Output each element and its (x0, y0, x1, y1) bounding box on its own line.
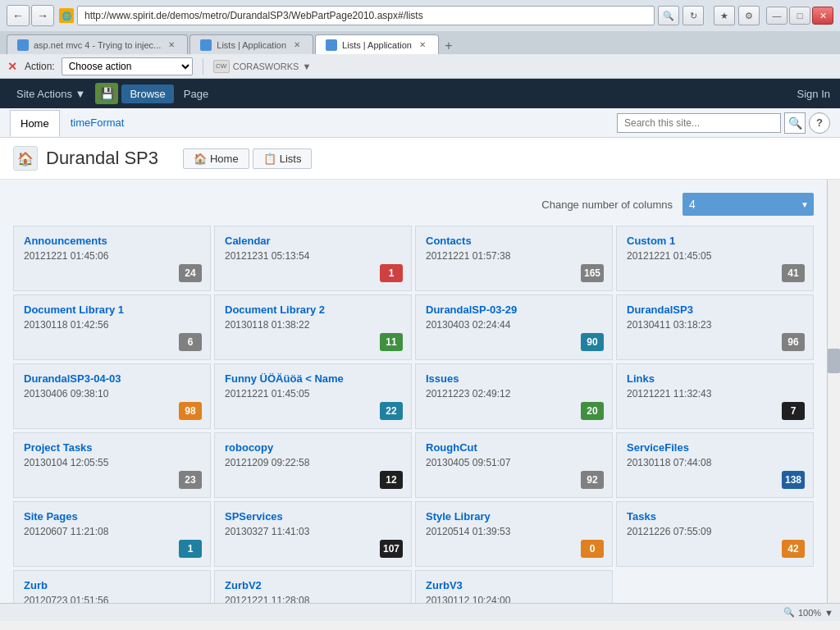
toolbar-close-button[interactable]: ✕ (7, 61, 18, 72)
tab-1[interactable]: asp.net mvc 4 - Trying to injec... ✕ (7, 34, 188, 54)
browser-window: ← → 🌐 http://www.spirit.de/demos/metro/D… (0, 0, 840, 79)
list-card-date: 20121221 01:45:05 (225, 388, 401, 399)
maximize-button[interactable]: □ (789, 7, 810, 25)
columns-label: Change number of columns (541, 199, 673, 211)
list-card: Funny ÜÖÄüöä < Name 20121221 01:45:05 22 (214, 363, 412, 429)
list-card-date: 20130327 11:41:03 (225, 526, 401, 537)
list-card-title[interactable]: Funny ÜÖÄüöä < Name (225, 372, 401, 385)
refresh-btn[interactable]: ↻ (682, 6, 704, 25)
new-tab-button[interactable]: + (441, 38, 457, 54)
list-card-date: 20121221 01:45:06 (24, 250, 200, 262)
tab-1-label: asp.net mvc 4 - Trying to injec... (34, 40, 161, 50)
list-card-title[interactable]: Zurb (24, 579, 200, 591)
list-card-title[interactable]: Document Library 1 (24, 304, 200, 316)
list-card-date: 20130118 01:42:56 (24, 319, 200, 331)
corasworks-label: CORASWORKS (233, 62, 299, 71)
list-card-date: 20121221 01:45:05 (627, 250, 803, 262)
list-card-count: 0 (581, 540, 604, 558)
tools-btn[interactable]: ⚙ (738, 6, 760, 25)
url-text: http://www.spirit.de/demos/metro/Duranda… (84, 10, 423, 21)
address-right-buttons: 🔍 ↻ ★ ⚙ — □ ✕ (658, 6, 833, 25)
breadcrumb-lists-label: Lists (280, 153, 302, 165)
sub-nav: Home timeFormat 🔍 ? (0, 108, 840, 138)
sign-in-button[interactable]: Sign In (797, 88, 830, 100)
search-address-btn[interactable]: 🔍 (658, 6, 679, 25)
tab-3-close[interactable]: ✕ (417, 39, 428, 51)
list-card-title[interactable]: Project Tasks (24, 441, 200, 454)
list-card-date: 20130112 10:24:00 (426, 595, 602, 603)
columns-select[interactable]: 4 1 2 3 5 6 (682, 193, 814, 216)
list-card-title[interactable]: Tasks (627, 510, 803, 523)
breadcrumb-home[interactable]: 🏠 Home (183, 148, 249, 169)
list-card-title[interactable]: ZurbV2 (225, 579, 401, 591)
zoom-icon: 🔍 (783, 607, 795, 618)
list-card-title[interactable]: ServiceFiles (627, 441, 803, 454)
list-card-title[interactable]: Custom 1 (627, 235, 803, 247)
scrollbar-thumb[interactable] (828, 349, 840, 373)
list-card-title[interactable]: DurandalSP3-04-03 (24, 372, 200, 385)
list-card-title[interactable]: robocopy (225, 441, 401, 454)
list-card-title[interactable]: Issues (426, 372, 602, 385)
list-card-title[interactable]: Calendar (225, 235, 401, 247)
list-card-title[interactable]: SPServices (225, 510, 401, 523)
list-card-date: 20130104 12:05:55 (24, 457, 200, 468)
list-card-count: 98 (179, 402, 202, 420)
list-card: Project Tasks 20130104 12:05:55 23 (13, 432, 211, 498)
browse-tab[interactable]: Browse (121, 84, 173, 103)
back-button[interactable]: ← (7, 5, 30, 26)
breadcrumb-lists[interactable]: 📋 Lists (253, 148, 313, 169)
zoom-dropdown[interactable]: ▼ (824, 608, 833, 618)
help-button[interactable]: ? (809, 112, 830, 134)
list-card-title[interactable]: Announcements (24, 235, 200, 247)
page-title-area: 🏠 Durandal SP3 🏠 Home 📋 Lists (13, 146, 827, 171)
zoom-control: 🔍 100% ▼ (783, 607, 833, 618)
list-card-count: 1 (380, 264, 403, 282)
sharepoint-app: Site Actions ▼ 💾 Browse Page Sign In Hom… (0, 79, 840, 621)
list-card-date: 20120514 01:39:53 (426, 526, 602, 537)
list-card-title[interactable]: RoughCut (426, 441, 602, 454)
action-select[interactable]: Choose action (62, 57, 193, 75)
list-card-title[interactable]: Contacts (426, 235, 602, 247)
close-button[interactable]: ✕ (812, 7, 833, 25)
tab-1-close[interactable]: ✕ (166, 39, 177, 51)
list-card-title[interactable]: ZurbV3 (426, 579, 602, 591)
sign-in-text: Sign In (797, 88, 830, 100)
list-card-title[interactable]: DurandalSP3 (627, 304, 803, 316)
search-input[interactable] (617, 113, 781, 133)
scrollbar[interactable] (827, 180, 840, 603)
page-home-icon: 🏠 (13, 146, 38, 171)
tab-3[interactable]: Lists | Application ✕ (315, 34, 439, 54)
site-actions-menu[interactable]: Site Actions ▼ (10, 84, 92, 103)
forward-button[interactable]: → (31, 5, 54, 26)
sp-header: Site Actions ▼ 💾 Browse Page Sign In (0, 79, 840, 108)
breadcrumb-home-icon: 🏠 (194, 153, 207, 165)
subnav-timeformat[interactable]: timeFormat (60, 109, 135, 136)
browser-tabs: asp.net mvc 4 - Trying to injec... ✕ Lis… (0, 31, 840, 54)
list-card-title[interactable]: DurandalSP-03-29 (426, 304, 602, 316)
save-icon: 💾 (100, 87, 114, 100)
search-button[interactable]: 🔍 (784, 112, 806, 134)
list-card-count: 41 (782, 264, 805, 282)
list-card-count: 23 (179, 471, 202, 489)
minimize-button[interactable]: — (766, 7, 788, 25)
page-title: Durandal SP3 (46, 148, 158, 169)
list-card-title[interactable]: Site Pages (24, 510, 200, 523)
corasworks-dropdown[interactable]: ▼ (302, 62, 311, 71)
subnav-home[interactable]: Home (10, 110, 60, 137)
tab-2-close[interactable]: ✕ (291, 39, 303, 51)
list-card-title[interactable]: Document Library 2 (225, 304, 401, 316)
list-card: DurandalSP3 20130411 03:18:23 96 (616, 294, 814, 360)
list-card-title[interactable]: Links (627, 372, 803, 385)
main-content: Change number of columns 4 1 2 3 5 6 (0, 180, 827, 603)
list-card-title[interactable]: Style Library (426, 510, 602, 523)
tab-2[interactable]: Lists | Application ✕ (189, 34, 313, 54)
list-card-date: 20120723 01:51:56 (24, 595, 200, 603)
address-bar[interactable]: http://www.spirit.de/demos/metro/Duranda… (77, 6, 655, 25)
favorites-btn[interactable]: ★ (714, 6, 735, 25)
columns-control: Change number of columns 4 1 2 3 5 6 (13, 193, 814, 216)
save-icon-button[interactable]: 💾 (95, 83, 118, 104)
breadcrumb-nav: 🏠 Home 📋 Lists (183, 148, 312, 169)
page-wrapper: Change number of columns 4 1 2 3 5 6 (0, 180, 840, 603)
page-tab[interactable]: Page (177, 84, 215, 103)
list-card: SPServices 20130327 11:41:03 107 (214, 501, 412, 567)
